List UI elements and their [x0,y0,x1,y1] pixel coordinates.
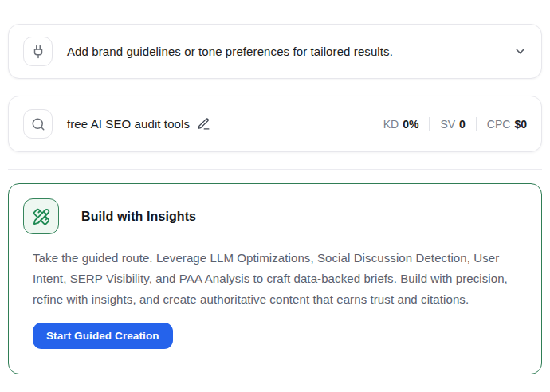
metric-sv: SV 0 [440,118,465,131]
build-with-insights-card: Build with Insights Take the guided rout… [8,183,542,374]
metric-separator [476,117,477,131]
metric-sv-value: 0 [459,118,466,131]
plug-icon [23,37,53,66]
metric-kd-value: 0% [403,118,418,131]
pencil-icon[interactable] [197,117,210,131]
metric-kd: KD 0% [383,118,419,131]
keyword-bar: free AI SEO audit tools KD 0% SV 0 CPC [8,96,542,152]
insights-description: Take the guided route. Leverage LLM Opti… [33,248,514,310]
pencil-ruler-icon [23,198,59,234]
keyword-metrics: KD 0% SV 0 CPC $0 [383,117,527,131]
metric-kd-label: KD [383,118,399,131]
section-divider [8,169,542,170]
insights-title: Build with Insights [81,210,196,224]
search-icon [23,109,53,139]
start-guided-creation-button[interactable]: Start Guided Creation [33,323,173,349]
metric-cpc-label: CPC [487,118,511,131]
metric-cpc: CPC $0 [487,118,527,131]
keyword-wrap: free AI SEO audit tools [67,117,210,131]
brand-guidelines-bar[interactable]: Add brand guidelines or tone preferences… [8,24,542,79]
metric-sv-label: SV [440,118,455,131]
metric-cpc-value: $0 [514,118,527,131]
brand-guidelines-label: Add brand guidelines or tone preferences… [67,45,393,58]
metric-separator [429,117,430,131]
chevron-down-icon[interactable] [513,45,527,58]
insights-header: Build with Insights [23,198,525,234]
keyword-text: free AI SEO audit tools [67,117,190,131]
page: Add brand guidelines or tone preferences… [0,0,550,392]
